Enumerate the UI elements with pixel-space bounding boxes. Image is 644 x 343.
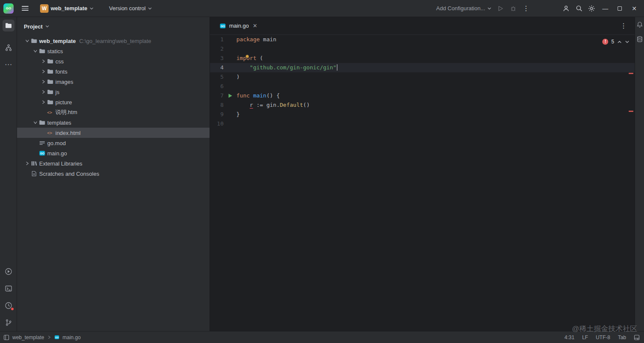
main-menu-button[interactable] xyxy=(19,2,32,15)
structure-toolwindow-button[interactable] xyxy=(3,42,14,54)
project-toolwindow-button[interactable] xyxy=(3,20,14,31)
next-problem-button[interactable] xyxy=(625,40,630,44)
maximize-button[interactable] xyxy=(612,2,627,15)
error-count: 5 xyxy=(611,37,614,46)
previous-problem-button[interactable] xyxy=(617,40,622,44)
line-number: 10 xyxy=(210,119,224,129)
tree-item-go.mod[interactable]: go.mod xyxy=(17,138,210,148)
breakpoint-dot-icon[interactable] xyxy=(245,54,249,58)
tree-item-label: External Libraries xyxy=(39,160,82,167)
tree-item-path: C:\go_learning\web_template xyxy=(79,38,151,44)
run-circle-icon xyxy=(5,268,12,275)
bell-icon[interactable] xyxy=(636,21,643,28)
breadcrumb-file[interactable]: main.go xyxy=(63,334,81,340)
tree-item-fonts[interactable]: fonts xyxy=(17,66,210,77)
tree-item-css[interactable]: css xyxy=(17,56,210,66)
go-file-icon: GO xyxy=(219,23,226,29)
tree-item-statics[interactable]: statics xyxy=(17,46,210,56)
code-editor[interactable]: 1package main23import (4 "github.com/gin… xyxy=(210,35,635,331)
lib-icon xyxy=(31,160,39,167)
more-actions-button[interactable]: ⋮ xyxy=(520,2,532,15)
breadcrumb-project[interactable]: web_template xyxy=(12,334,44,340)
chevron-right-icon[interactable] xyxy=(40,99,47,106)
line-number: 7 xyxy=(210,91,224,100)
code-line-8[interactable]: 8 r := gin.Default() xyxy=(210,100,635,110)
maximize-icon xyxy=(618,6,622,11)
window-layout-icon[interactable] xyxy=(634,334,640,340)
chevron-right-icon[interactable] xyxy=(40,58,47,65)
run-main-icon[interactable] xyxy=(224,93,236,98)
code-line-9[interactable]: 9} xyxy=(210,110,635,119)
tab-main-go[interactable]: GO main.go ✕ xyxy=(215,17,262,35)
run-toolwindow-button[interactable] xyxy=(3,266,14,277)
chevron-down-icon[interactable] xyxy=(32,48,39,54)
problems-toolwindow-button[interactable] xyxy=(3,300,14,312)
line-number: 2 xyxy=(210,44,224,54)
minimize-button[interactable]: — xyxy=(598,2,612,15)
tree-item-images[interactable]: images xyxy=(17,77,210,87)
tree-item--.htm[interactable]: <>说明.htm xyxy=(17,107,210,117)
tree-item-picture[interactable]: picture xyxy=(17,97,210,107)
code-line-7[interactable]: 7func main() { xyxy=(210,91,635,100)
project-panel-header[interactable]: Project xyxy=(17,17,210,36)
go-file-icon: GO xyxy=(54,334,60,340)
chevron-right-icon[interactable] xyxy=(24,160,31,167)
tool-windows-icon[interactable] xyxy=(3,334,9,340)
tree-item-index.html[interactable]: <>index.html xyxy=(17,128,210,138)
chevron-down-icon[interactable] xyxy=(24,37,31,44)
chevron-right-icon[interactable] xyxy=(40,68,47,75)
database-icon[interactable] xyxy=(636,36,643,43)
chevron-down-icon xyxy=(148,6,152,11)
search-everywhere-button[interactable] xyxy=(572,2,585,15)
settings-button[interactable] xyxy=(585,2,598,15)
code-line-6[interactable]: 6 xyxy=(210,82,635,91)
line-number: 1 xyxy=(210,35,224,44)
error-stripe-mark[interactable] xyxy=(629,111,633,112)
version-control-widget[interactable]: Version control xyxy=(106,2,155,15)
debug-button[interactable] xyxy=(507,2,520,15)
line-separator[interactable]: LF xyxy=(582,334,588,340)
chevron-right-icon[interactable] xyxy=(40,78,47,85)
tree-item-scratches-and-consoles[interactable]: Scratches and Consoles xyxy=(17,169,210,179)
tree-item-js[interactable]: js xyxy=(17,87,210,97)
tab-close-icon[interactable]: ✕ xyxy=(253,23,257,29)
code-line-1[interactable]: 1package main xyxy=(210,35,635,44)
code-line-3[interactable]: 3import ( xyxy=(210,54,635,63)
inspection-widget[interactable]: ! 5 xyxy=(602,37,630,46)
code-line-4[interactable]: 4 "github.com/gin-gonic/gin" xyxy=(210,63,635,72)
indent-style[interactable]: Tab xyxy=(618,334,626,340)
more-toolwindows-button[interactable]: ⋯ xyxy=(3,59,14,71)
tree-item-main.go[interactable]: GOmain.go xyxy=(17,148,210,158)
chevron-right-icon[interactable] xyxy=(40,89,47,95)
chevron-down-icon[interactable] xyxy=(32,119,39,126)
version-control-label: Version control xyxy=(109,5,146,11)
terminal-toolwindow-button[interactable] xyxy=(3,283,14,294)
tree-item-external-libraries[interactable]: External Libraries xyxy=(17,158,210,169)
code-with-me-button[interactable] xyxy=(560,2,572,15)
notification-badge xyxy=(11,308,14,310)
project-badge-icon: W xyxy=(40,4,49,13)
tree-item-label: templates xyxy=(47,120,71,126)
folder-icon xyxy=(39,48,47,54)
tree-item-label: statics xyxy=(47,48,63,54)
tree-item-templates[interactable]: templates xyxy=(17,117,210,128)
editor-options-button[interactable]: ⋮ xyxy=(620,22,635,30)
code-line-10[interactable]: 10 xyxy=(210,119,635,129)
chevron-down-icon xyxy=(487,6,492,11)
cursor-position[interactable]: 4:31 xyxy=(564,334,574,340)
code-line-2[interactable]: 2 xyxy=(210,44,635,54)
run-button[interactable] xyxy=(494,2,507,15)
user-icon xyxy=(562,5,570,12)
version-control-toolwindow-button[interactable] xyxy=(3,317,14,329)
error-stripe-mark[interactable] xyxy=(629,73,633,74)
project-panel-title: Project xyxy=(24,23,43,30)
file-encoding[interactable]: UTF-8 xyxy=(596,334,610,340)
run-configuration-selector[interactable]: Add Configuration... xyxy=(434,2,494,15)
tree-item-web-template[interactable]: web_templateC:\go_learning\web_template xyxy=(17,36,210,46)
project-widget[interactable]: W web_template xyxy=(37,2,96,15)
code-line-5[interactable]: 5) xyxy=(210,72,635,82)
tree-item-label: web_template xyxy=(39,38,76,44)
chevron-spacer xyxy=(32,140,39,146)
chevron-spacer xyxy=(40,109,47,116)
close-button[interactable]: ✕ xyxy=(627,2,641,15)
